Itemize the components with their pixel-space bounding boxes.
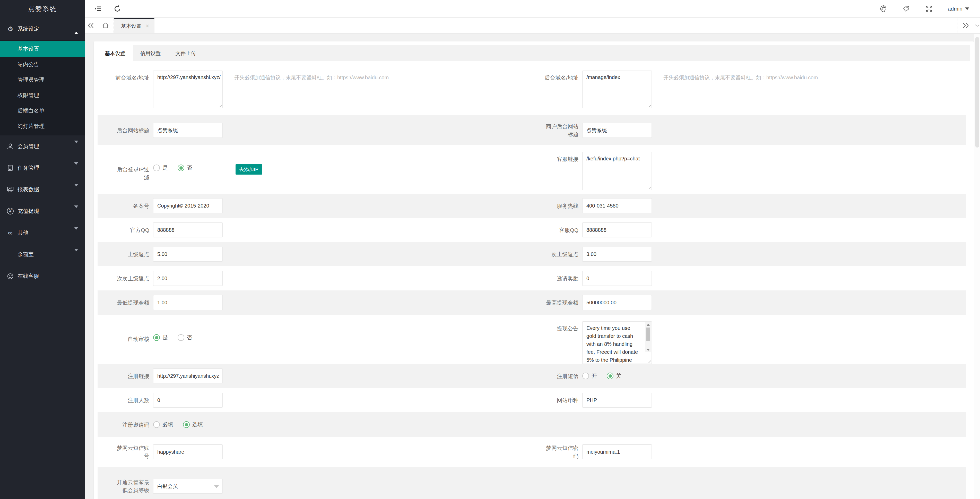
text-input[interactable] <box>153 123 223 138</box>
text-input[interactable] <box>582 445 652 459</box>
resize-grip-icon[interactable] <box>648 360 651 363</box>
resize-grip-icon[interactable] <box>648 186 651 189</box>
sidebar-item-label: 报表数据 <box>18 186 39 193</box>
chart-icon <box>6 185 14 194</box>
text-input[interactable] <box>582 123 652 138</box>
sidebar-item-label: 余额宝 <box>18 251 34 258</box>
refresh-icon[interactable] <box>113 5 121 13</box>
sidebar-item[interactable]: ¥充值提现 <box>0 200 85 222</box>
sidebar-item[interactable]: 报表数据 <box>0 179 85 200</box>
scrollbar-thumb[interactable] <box>646 327 650 341</box>
form-cell: 注册人数 <box>97 393 542 408</box>
close-tab-icon[interactable]: × <box>146 23 149 29</box>
field-label: 次上级返点 <box>542 250 578 258</box>
text-input[interactable] <box>582 393 652 408</box>
textarea-input[interactable]: Every time you use gold transfer to cash… <box>582 321 652 364</box>
tab-options-dropdown[interactable] <box>973 18 980 33</box>
radio-option[interactable]: 否 <box>178 334 192 341</box>
home-tab-button[interactable] <box>97 18 114 33</box>
radio-option[interactable]: 开 <box>582 372 597 379</box>
radio-circle-icon <box>582 373 589 379</box>
radio-option[interactable]: 关 <box>607 372 621 379</box>
scroll-down-icon[interactable] <box>647 349 650 351</box>
field-label: 前台域名/地址 <box>113 70 149 81</box>
text-input[interactable] <box>153 368 223 383</box>
sidebar-subitem[interactable]: 后端白名单 <box>0 103 85 118</box>
fullscreen-icon[interactable] <box>925 5 933 13</box>
tabs-scroll-left-button[interactable] <box>85 18 97 33</box>
field-label: 后台域名/地址 <box>542 70 578 81</box>
sidebar-item[interactable]: 在线客服 <box>0 265 85 287</box>
form-cell: 商户后台网站标题 <box>542 122 966 138</box>
tab-credit-settings[interactable]: 信用设置 <box>133 45 168 61</box>
sidebar-item[interactable]: 会员管理 <box>0 136 85 157</box>
sidebar-subitem[interactable]: 站内公告 <box>0 57 85 72</box>
text-input[interactable] <box>582 222 652 238</box>
smiley-icon <box>6 272 14 280</box>
text-input[interactable] <box>582 295 652 310</box>
sidebar-item[interactable]: 任务管理 <box>0 157 85 179</box>
yen-icon: ¥ <box>7 208 14 215</box>
textarea-input[interactable]: /kefu/index.php?p=chat <box>582 152 652 190</box>
text-input[interactable] <box>153 198 223 213</box>
text-input[interactable] <box>582 271 652 286</box>
sidebar-subitem[interactable]: 基本设置 <box>0 41 85 57</box>
tabs-scroll-right-button[interactable] <box>958 18 973 33</box>
text-input[interactable] <box>153 393 223 408</box>
sidebar-item[interactable]: 余额宝 <box>0 244 85 265</box>
radio-circle-icon <box>607 373 613 379</box>
tab-file-upload[interactable]: 文件上传 <box>168 45 204 61</box>
text-input[interactable] <box>153 247 223 261</box>
radio-label: 选填 <box>192 421 203 428</box>
sidebar-menu: ⚙系统设定基本设置站内公告管理员管理权限管理后端白名单幻灯片管理会员管理任务管理… <box>0 18 85 287</box>
resize-grip-icon[interactable] <box>218 104 222 107</box>
username: admin <box>948 6 963 12</box>
form-cell: 梦网云短信账号 <box>97 444 542 460</box>
radio-option[interactable]: 否 <box>178 164 192 172</box>
sidebar-item[interactable]: ∞其他 <box>0 222 85 244</box>
resize-grip-icon[interactable] <box>648 104 651 107</box>
page-scrollbar[interactable] <box>974 34 980 499</box>
textarea-input[interactable]: http://297.yanshiyanshi.xyz/ <box>153 70 223 108</box>
collapse-sidebar-icon[interactable] <box>94 5 102 13</box>
text-input[interactable] <box>153 222 223 238</box>
scroll-up-icon[interactable] <box>647 324 650 326</box>
text-input[interactable] <box>153 271 223 286</box>
add-ip-button[interactable]: 去添加IP <box>235 164 262 175</box>
page-scrollbar-thumb[interactable] <box>975 37 979 148</box>
field-label: 客服QQ <box>542 226 578 234</box>
textarea-input[interactable]: /manage/index <box>582 70 652 108</box>
form-cell: 提现公告Every time you use gold transfer to … <box>542 315 966 364</box>
open-tab-basic-settings[interactable]: 基本设置 × <box>114 18 154 33</box>
sidebar-item-label: 任务管理 <box>18 164 39 172</box>
text-input[interactable] <box>582 198 652 213</box>
radio-option[interactable]: 必填 <box>153 421 173 428</box>
radio-option[interactable]: 是 <box>153 334 168 341</box>
theme-palette-icon[interactable] <box>880 5 888 13</box>
radio-option[interactable]: 是 <box>153 164 168 172</box>
select-input[interactable]: 白银会员 <box>153 479 223 494</box>
radio-option[interactable]: 选填 <box>183 421 203 428</box>
field-label: 网站币种 <box>542 396 578 404</box>
textarea-value: /kefu/index.php?p=chat <box>586 156 640 161</box>
radio-label: 开 <box>592 372 597 379</box>
radio-label: 必填 <box>162 421 173 428</box>
tag-icon[interactable] <box>902 5 910 13</box>
gear-icon: ⚙ <box>6 25 14 33</box>
text-input[interactable] <box>582 247 652 261</box>
user-menu[interactable]: admin <box>948 6 969 12</box>
field-label: 提现公告 <box>542 321 578 332</box>
sidebar-subitem[interactable]: 权限管理 <box>0 88 85 103</box>
form-row: 自动审核是否提现公告Every time you use gold transf… <box>97 315 966 364</box>
form-cell: 注册链接 <box>97 368 542 383</box>
text-input[interactable] <box>153 445 223 459</box>
text-input[interactable] <box>153 295 223 310</box>
sidebar-subitem[interactable]: 管理员管理 <box>0 72 85 88</box>
form-cell: 自动审核是否 <box>97 315 542 343</box>
form-cell: 次上级返点 <box>542 247 966 261</box>
radio-label: 是 <box>162 164 168 172</box>
sidebar-item[interactable]: ⚙系统设定 <box>0 18 85 40</box>
textarea-scrollbar[interactable] <box>645 322 651 352</box>
sidebar-subitem[interactable]: 幻灯片管理 <box>0 118 85 134</box>
tab-basic-settings[interactable]: 基本设置 <box>97 45 133 61</box>
